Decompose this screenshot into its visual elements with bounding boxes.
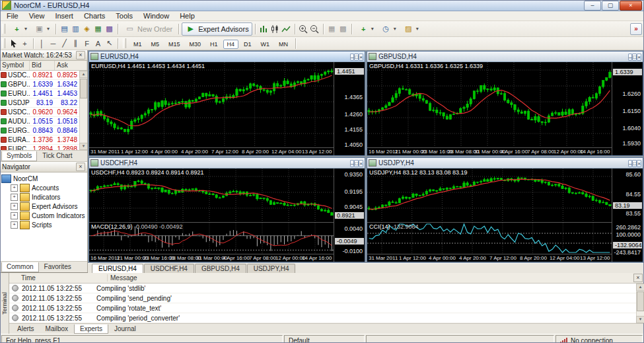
navigator-item-indicators[interactable]: +Indicators — [1, 192, 87, 202]
chart-tab-usdchf-h4[interactable]: USDCHF,H4 — [144, 264, 194, 273]
cascade-windows-icon[interactable]: ▩ — [338, 24, 349, 34]
column-time[interactable]: Time — [9, 274, 108, 282]
chart-tab-eurusd-h4[interactable]: EURUSD,H4 — [92, 264, 143, 273]
terminal-side-tab[interactable]: Terminal — [0, 273, 9, 334]
zoom-in-icon[interactable] — [298, 24, 309, 34]
close-button[interactable]: × — [620, 1, 642, 11]
cursor-icon[interactable] — [8, 38, 19, 49]
market-watch-row-gbpu[interactable]: GBPU...1.63391.6342 — [0, 80, 87, 89]
navigator-item-accounts[interactable]: +Accounts — [1, 183, 87, 192]
expand-icon[interactable]: + — [11, 184, 18, 192]
line-chart-icon[interactable] — [281, 24, 292, 34]
menu-help[interactable]: Help — [174, 12, 200, 20]
terminal-icon[interactable]: ▦ — [92, 24, 104, 34]
market-watch-row-usdc[interactable]: USDC...0.96200.9624 — [0, 108, 87, 117]
column-symbol[interactable]: Symbol — [0, 61, 30, 70]
templates-button[interactable]: ▨ ▾ — [400, 22, 422, 36]
toolbar-overflow-button[interactable]: » — [630, 23, 642, 35]
chart-close-button[interactable]: × — [637, 160, 641, 167]
chart-title-bar[interactable]: GBPUSD,H4–□× — [367, 52, 643, 62]
navigator-item-custom-indicators[interactable]: +Custom Indicators — [1, 211, 87, 220]
toolbar-grip[interactable] — [2, 38, 5, 48]
market-watch-scrollbar[interactable]: ▲ ▼ — [79, 71, 87, 150]
navigator-tab-favorites[interactable]: Favorites — [40, 262, 76, 272]
navigator-close-icon[interactable]: × — [76, 163, 85, 171]
market-watch-row-eurc[interactable]: EURC...1.28941.2898 — [0, 145, 87, 150]
chart-plot-column[interactable]: USDCHF,H4 0.8923 0.8924 0.8914 0.8921MAC… — [89, 169, 334, 262]
status-profile[interactable]: Default — [284, 335, 365, 343]
chart-title-bar[interactable]: USDCHF,H4–□× — [89, 158, 365, 169]
market-watch-row-audu[interactable]: AUDU...1.05151.0518 — [0, 117, 87, 126]
tile-windows-icon[interactable]: ▦ — [326, 24, 338, 34]
maximize-button[interactable]: ▢ — [602, 1, 619, 11]
column-message[interactable]: Message — [108, 274, 633, 282]
market-watch-row-eurg[interactable]: EURG...0.88430.8846 — [0, 126, 87, 135]
terminal-tab-alerts[interactable]: Alerts — [12, 324, 40, 333]
timeframe-h1-button[interactable]: H1 — [206, 40, 222, 49]
chart-title-bar[interactable]: USDJPY,H4–□× — [367, 158, 643, 169]
indicators-button[interactable]: + ▾ — [355, 22, 377, 36]
menu-file[interactable]: File — [1, 12, 24, 20]
menu-insert[interactable]: Insert — [50, 12, 79, 20]
horizontal-line-icon[interactable]: ─ — [48, 38, 59, 49]
arrows-tool-icon[interactable]: ↖ — [104, 38, 115, 49]
market-watch-icon[interactable]: ▤ — [59, 24, 70, 34]
menu-charts[interactable]: Charts — [79, 12, 110, 20]
equidistant-channel-icon[interactable]: ∥ — [70, 38, 81, 49]
market-watch-tab-symbols[interactable]: Symbols — [1, 151, 37, 161]
scroll-up-icon[interactable]: ▲ — [636, 284, 644, 291]
timeframe-w1-button[interactable]: W1 — [257, 40, 274, 49]
chart-close-button[interactable]: × — [637, 54, 641, 61]
chart-close-button[interactable]: × — [359, 54, 363, 61]
navigator-tab-common[interactable]: Common — [1, 262, 39, 272]
terminal-log-row[interactable]: 2012.11.05 13:22:55Compiling 'rotate_tex… — [9, 303, 644, 313]
market-watch-close-icon[interactable]: × — [76, 51, 85, 59]
scroll-thumb[interactable] — [637, 291, 644, 311]
timeframe-m15-button[interactable]: M15 — [164, 40, 184, 49]
profiles-button[interactable]: ▣ ▾ — [30, 22, 53, 36]
strategy-tester-icon[interactable]: ▩ — [104, 24, 115, 34]
timeframe-m30-button[interactable]: M30 — [186, 40, 205, 49]
market-watch-row-eura[interactable]: EURA...1.37361.3748 — [0, 135, 87, 145]
data-window-icon[interactable]: ▥ — [70, 24, 81, 34]
scroll-up-icon[interactable]: ▲ — [79, 71, 87, 78]
expand-icon[interactable]: + — [11, 203, 18, 210]
terminal-tab-experts[interactable]: Experts — [74, 324, 108, 334]
terminal-close-icon[interactable]: × — [633, 274, 643, 282]
chart-plot-column[interactable]: GBPUSD,H4 1.6331 1.6336 1.6325 1.633916 … — [367, 62, 612, 155]
navigator-item-scripts[interactable]: +Scripts — [1, 220, 87, 229]
minimize-button[interactable]: – — [584, 1, 601, 11]
chart-title-bar[interactable]: EURUSD,H4–□× — [89, 52, 365, 62]
vertical-line-icon[interactable]: │ — [36, 38, 48, 49]
market-watch-row-usdjpy[interactable]: USDJPY83.1983.22 — [0, 98, 87, 108]
column-bid[interactable]: Bid — [30, 61, 55, 70]
timeframe-h4-button[interactable]: H4 — [223, 40, 239, 49]
menu-tools[interactable]: Tools — [110, 12, 138, 20]
toolbar-grip[interactable] — [2, 24, 5, 34]
terminal-log-row[interactable]: 2012.11.05 13:22:55Compiling 'send_pendi… — [9, 293, 644, 303]
toolbar-grip[interactable] — [123, 38, 126, 48]
periods-button[interactable]: ◷ ▾ — [377, 22, 400, 36]
expand-icon[interactable]: + — [11, 212, 18, 219]
market-watch-row-euru[interactable]: EURU...1.44511.4453 — [0, 89, 87, 98]
chart-plot-column[interactable]: USDJPY,H4 83.12 83.13 83.08 83.19CCI(14)… — [367, 169, 612, 262]
column-ask[interactable]: Ask — [55, 61, 87, 70]
menu-view[interactable]: View — [24, 12, 50, 20]
zoom-out-icon[interactable] — [309, 24, 320, 34]
expand-icon[interactable]: + — [11, 194, 18, 201]
timeframe-m1-button[interactable]: M1 — [129, 40, 146, 49]
terminal-tab-journal[interactable]: Journal — [109, 324, 141, 333]
navigator-icon[interactable]: ◈ — [81, 24, 92, 34]
market-watch-caption[interactable]: Market Watch: 16:24:53 × — [0, 50, 87, 61]
text-tool-icon[interactable]: A — [92, 38, 104, 49]
chart-tab-gbpusd-h4[interactable]: GBPUSD,H4 — [195, 264, 246, 273]
crosshair-icon[interactable]: + — [19, 38, 30, 49]
menu-window[interactable]: Window — [138, 12, 174, 20]
market-watch-row-usdc[interactable]: USDC...0.89210.8925 — [0, 71, 87, 80]
navigator-root[interactable]: NoorCM — [1, 174, 87, 183]
terminal-log-row[interactable]: 2012.11.05 13:22:55Compiling 'period_con… — [9, 313, 644, 323]
bar-chart-icon[interactable] — [258, 24, 269, 34]
terminal-scrollbar[interactable]: ▲ ▼ — [636, 284, 644, 323]
navigator-item-expert-advisors[interactable]: +Expert Advisors — [1, 202, 87, 211]
scroll-down-icon[interactable]: ▼ — [79, 143, 87, 150]
